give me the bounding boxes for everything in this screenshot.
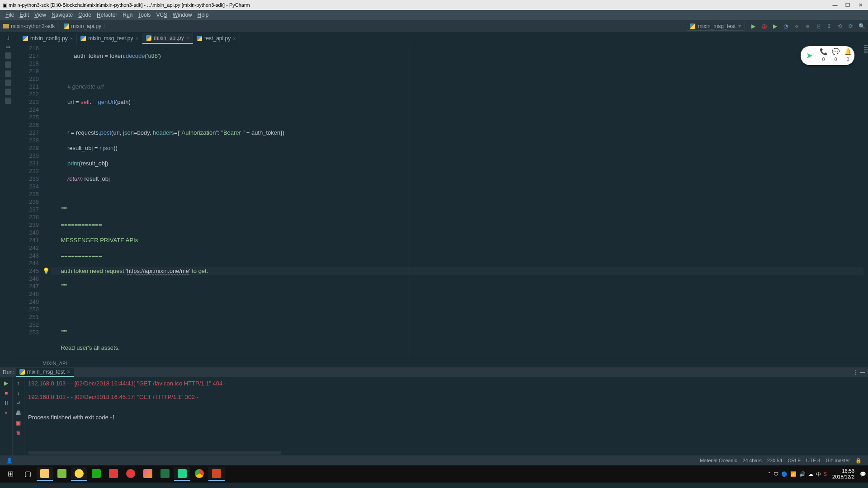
chat-icon[interactable]: 💬	[832, 48, 840, 56]
status-line-sep[interactable]: CRLF	[785, 458, 803, 463]
status-theme[interactable]: Material Oceanic	[697, 458, 740, 463]
breadcrumb-file[interactable]: mixin_api.py	[71, 23, 101, 29]
file-explorer-icon[interactable]	[37, 467, 53, 481]
close-icon[interactable]: ×	[233, 36, 236, 41]
run-button[interactable]: ▶	[750, 23, 757, 30]
debug-button[interactable]: 🐞	[760, 23, 768, 30]
excel-icon[interactable]	[157, 467, 173, 481]
tray-chevron-icon[interactable]: ˄	[768, 471, 771, 477]
menu-vcs[interactable]: VCS	[153, 12, 170, 18]
close-icon[interactable]: ×	[67, 369, 70, 375]
history-button[interactable]: ⟲	[836, 23, 844, 30]
tool-icon[interactable]	[5, 70, 11, 77]
hector-icon[interactable]: 👤	[4, 458, 15, 464]
rerun-icon[interactable]: ▶	[3, 380, 9, 386]
notifications-icon[interactable]: 💬	[860, 471, 866, 477]
taskbar-clock[interactable]: 16:53 2018/12/2	[830, 468, 857, 480]
maximize-button[interactable]: ❐	[844, 2, 851, 8]
start-button[interactable]: ⊞	[2, 467, 19, 481]
search-icon[interactable]: 🔍	[858, 23, 865, 30]
chrome-icon[interactable]	[191, 467, 208, 481]
stop-button[interactable]: ■	[804, 23, 811, 30]
tray-icon[interactable]: ☁	[808, 471, 813, 477]
menu-window[interactable]: Window	[170, 12, 195, 18]
lock-icon[interactable]: 🔒	[853, 458, 864, 464]
menu-run[interactable]: Run	[120, 12, 135, 18]
close-icon[interactable]: ×	[3, 410, 9, 416]
commit-button[interactable]: ⎘	[815, 23, 822, 30]
tab-mixin-config[interactable]: mixin_config.py×	[19, 33, 77, 44]
wechat-icon[interactable]	[88, 467, 104, 481]
stop-icon[interactable]: ■	[3, 390, 9, 396]
menu-help[interactable]: Help	[195, 12, 212, 18]
menu-tools[interactable]: Tools	[135, 12, 153, 18]
tool-icon[interactable]	[5, 89, 11, 95]
run-config-selector[interactable]: mixin_msg_test ▾	[686, 22, 745, 31]
menu-view[interactable]: View	[32, 12, 49, 18]
close-icon[interactable]: ×	[136, 36, 138, 41]
hide-icon[interactable]: —	[860, 369, 865, 375]
revert-button[interactable]: ⟳	[847, 23, 854, 30]
taskbar-app[interactable]	[123, 467, 139, 481]
code-editor[interactable]: 2162172182192202212222232242252262272282…	[16, 44, 868, 359]
attach-button[interactable]: ⎆	[793, 23, 800, 30]
taskbar-app[interactable]	[54, 467, 70, 481]
youdao-icon[interactable]	[105, 467, 122, 481]
tool-icon[interactable]	[5, 52, 11, 59]
minimize-button[interactable]: —	[832, 2, 838, 8]
pause-icon[interactable]: ⏸	[3, 400, 9, 406]
down-icon[interactable]: ↓	[15, 390, 22, 396]
console-output[interactable]: 192.168.0.103 - - [02/Dec/2018 16:44:41]…	[24, 377, 868, 455]
menu-navigate[interactable]: Navigate	[49, 12, 75, 18]
editor-breadcrumb[interactable]: MIXIN_API	[16, 359, 868, 367]
close-button[interactable]: ✕	[857, 2, 863, 8]
structure-tool-icon[interactable]: ▭	[5, 43, 11, 50]
phone-icon[interactable]: 📞	[820, 48, 827, 56]
system-tray[interactable]: ˄ 🛡 🔵 📶 🔊 ☁ 中 S 16:53 2018/12/2 💬	[768, 468, 866, 480]
task-view-button[interactable]: ▢	[19, 467, 36, 481]
horizontal-scrollbar[interactable]	[28, 451, 281, 455]
tab-mixin-api[interactable]: mixin_api.py×	[142, 33, 193, 44]
breadcrumb-project[interactable]: mixin-python3-sdk	[11, 23, 55, 29]
export-icon[interactable]: ▣	[15, 420, 22, 426]
tool-icon[interactable]	[5, 80, 11, 86]
menu-refactor[interactable]: Refactor	[94, 12, 120, 18]
code-content[interactable]: auth_token = token.decode('utf8') # gene…	[51, 44, 868, 359]
tool-icon[interactable]	[5, 98, 11, 104]
close-icon[interactable]: ×	[70, 36, 73, 41]
tool-icon[interactable]	[5, 61, 11, 68]
tab-mixin-msg-test[interactable]: mixin_msg_test.py×	[77, 33, 142, 44]
menu-code[interactable]: Code	[75, 12, 94, 18]
status-position[interactable]: 230:54	[764, 458, 785, 463]
softwrap-icon[interactable]: ⤶	[15, 400, 22, 406]
profile-button[interactable]: ◔	[782, 23, 789, 30]
update-button[interactable]: ↧	[826, 23, 833, 30]
fold-gutter[interactable]	[42, 44, 51, 359]
tray-ime-icon[interactable]: 中	[816, 471, 821, 478]
tab-test-api[interactable]: test_api.py×	[193, 33, 240, 44]
alibaba-cloud-toolkit-badge[interactable]: ➤ 📞0 💬0 🔔0	[801, 46, 854, 65]
tray-icon[interactable]: 🔵	[781, 471, 788, 477]
tray-icon[interactable]: 🛡	[774, 471, 778, 477]
close-icon[interactable]: ×	[186, 35, 189, 41]
up-icon[interactable]: ↑	[15, 380, 22, 386]
print-icon[interactable]: 🖶	[15, 410, 22, 416]
status-encoding[interactable]: UTF-8	[803, 458, 823, 463]
trash-icon[interactable]: 🗑	[15, 430, 22, 436]
tray-icon[interactable]: 📶	[790, 471, 797, 477]
run-tab[interactable]: mixin_msg_test ×	[16, 368, 74, 377]
settings-icon[interactable]: ⋮	[853, 369, 859, 375]
pycharm-icon[interactable]	[174, 467, 190, 481]
project-tool-icon[interactable]: ▯	[5, 34, 11, 41]
powerpoint-icon[interactable]	[208, 467, 225, 481]
run-coverage-button[interactable]: ▶	[771, 23, 778, 30]
bell-icon[interactable]: 🔔	[844, 48, 852, 56]
tray-volume-icon[interactable]: 🔊	[799, 471, 806, 477]
status-git[interactable]: Git: master	[823, 458, 853, 463]
tray-icon[interactable]: S	[824, 471, 827, 477]
menu-edit[interactable]: Edit	[17, 12, 32, 18]
taskbar-app[interactable]	[71, 467, 87, 481]
menu-file[interactable]: File	[3, 12, 17, 18]
taskbar-app[interactable]	[140, 467, 156, 481]
scroll-strip[interactable]	[863, 44, 868, 359]
